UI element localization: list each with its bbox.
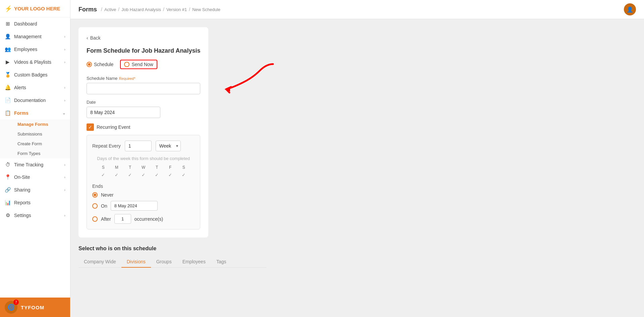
chevron-icon: ›	[64, 98, 65, 102]
recurring-label: Recurring Event	[97, 124, 130, 130]
sidebar-item-reports[interactable]: 📊 Reports	[0, 196, 70, 209]
sidebar-item-label: Dashboard	[14, 21, 37, 27]
who-tabs: Company Wide Divisions Groups Employees …	[78, 256, 266, 268]
schedule-radio-circle	[87, 62, 92, 67]
ends-label: Ends	[92, 183, 195, 189]
sidebar-item-alerts[interactable]: 🔔 Alerts ›	[0, 81, 70, 94]
breadcrumb-sep: /	[189, 7, 190, 12]
svg-marker-0	[224, 87, 230, 92]
sidebar-item-form-types[interactable]: Form Types	[14, 149, 70, 158]
badges-icon: 🏅	[5, 72, 11, 78]
breadcrumb-sep: /	[118, 7, 119, 12]
schedule-name-label: Schedule Name Required*	[87, 76, 200, 81]
management-icon: 👤	[5, 34, 11, 40]
day-check-sun[interactable]: ✓	[97, 171, 109, 179]
ends-occurrence-input[interactable]	[114, 214, 131, 224]
logo-icon: ⚡	[5, 5, 12, 12]
day-check-fri[interactable]: ✓	[164, 171, 176, 179]
day-check-wed[interactable]: ✓	[138, 171, 150, 179]
day-check-mon[interactable]: ✓	[111, 171, 123, 179]
chevron-icon: ›	[64, 188, 65, 192]
on-label: On	[101, 203, 107, 209]
ends-on-option[interactable]: On	[92, 201, 195, 211]
sidebar-item-label: Settings	[14, 213, 31, 218]
send-now-radio[interactable]: Send Now	[120, 60, 157, 69]
who-section: Select who is on this schedule Company W…	[78, 246, 266, 268]
ends-after-option[interactable]: After occurrence(s)	[92, 214, 195, 224]
schedule-name-input[interactable]	[87, 83, 200, 94]
form-schedule-title: Form Schedule for Job Hazard Analysis	[87, 47, 200, 54]
on-radio-circle	[92, 203, 98, 209]
send-now-label: Send Now	[131, 62, 153, 67]
ends-on-date-input[interactable]	[111, 201, 158, 211]
repeat-unit-select[interactable]: Week Day Month Year	[156, 141, 181, 151]
sidebar-item-documentation[interactable]: 📄 Documentation ›	[0, 94, 70, 107]
sidebar-item-sharing[interactable]: 🔗 Sharing ›	[0, 183, 70, 196]
breadcrumb-analysis: Job Hazard Analysis	[121, 7, 161, 12]
sidebar-item-dashboard[interactable]: ⊞ Dashboard	[0, 17, 70, 30]
annotation-arrow	[206, 61, 280, 99]
user-avatar[interactable]: 👤	[624, 3, 636, 15]
main-area: Forms / Active / Job Hazard Analysis / V…	[70, 0, 644, 317]
recurring-checkbox[interactable]: ✓	[87, 123, 94, 131]
day-header-sat: S	[178, 164, 190, 171]
sidebar-item-time-tracking[interactable]: ⏱ Time Tracking ›	[0, 158, 70, 171]
sidebar: ⚡ YOUR LOGO HERE ⊞ Dashboard 👤 Managemen…	[0, 0, 70, 317]
recurring-row: ✓ Recurring Event	[87, 123, 200, 131]
sidebar-footer[interactable]: 🌀 7 TYFOOM	[0, 298, 70, 317]
sidebar-item-forms[interactable]: 📋 Forms ⌄	[0, 107, 70, 119]
after-label: After	[101, 216, 111, 222]
sidebar-item-label: Custom Badges	[14, 72, 48, 77]
sidebar-item-settings[interactable]: ⚙ Settings ›	[0, 209, 70, 222]
day-check-tue[interactable]: ✓	[124, 171, 136, 179]
day-header-fri: F	[164, 164, 176, 171]
documentation-icon: 📄	[5, 97, 11, 103]
employees-icon: 👥	[5, 46, 11, 52]
sharing-icon: 🔗	[5, 187, 11, 193]
sidebar-item-create-form[interactable]: Create Form	[14, 139, 70, 149]
sidebar-item-label: Reports	[14, 200, 31, 205]
date-input[interactable]	[87, 107, 160, 118]
sidebar-item-label: Documentation	[14, 98, 46, 103]
chevron-icon: ›	[64, 213, 65, 217]
day-check-sat[interactable]: ✓	[178, 171, 190, 179]
sidebar-item-custom-badges[interactable]: 🏅 Custom Badges	[0, 68, 70, 81]
tab-employees[interactable]: Employees	[177, 256, 211, 268]
chevron-down-icon: ⌄	[62, 111, 65, 115]
occurrence-label: occurrence(s)	[135, 216, 163, 222]
ends-never-option[interactable]: Never	[92, 192, 195, 198]
ends-section: Ends Never On	[92, 183, 195, 224]
back-button[interactable]: ‹ Back	[87, 35, 200, 41]
day-cell-fri: F ✓	[164, 164, 176, 179]
chevron-icon: ›	[64, 60, 65, 64]
schedule-name-group: Schedule Name Required*	[87, 76, 200, 94]
day-cell-sun: S ✓	[97, 164, 109, 179]
schedule-radio[interactable]: Schedule	[87, 62, 113, 67]
sidebar-item-management[interactable]: 👤 Management ›	[0, 30, 70, 43]
sidebar-item-manage-forms[interactable]: Manage Forms	[14, 119, 70, 129]
sidebar-item-on-site[interactable]: 📍 On-Site ›	[0, 171, 70, 183]
recurring-box: Repeat Every Week Day Month Year D	[87, 135, 200, 229]
tab-groups[interactable]: Groups	[151, 256, 177, 268]
forms-icon: 📋	[5, 110, 11, 116]
tab-divisions[interactable]: Divisions	[121, 256, 151, 268]
date-label: Date	[87, 100, 200, 105]
ends-options: Never On After	[92, 192, 195, 224]
tyfoom-label: TYFOOM	[21, 305, 44, 310]
tab-tags[interactable]: Tags	[211, 256, 232, 268]
never-label: Never	[101, 192, 113, 198]
sidebar-item-employees[interactable]: 👥 Employees ›	[0, 43, 70, 56]
tab-company-wide[interactable]: Company Wide	[78, 256, 121, 268]
day-cell-thu: T ✓	[151, 164, 163, 179]
repeat-value-input[interactable]	[125, 141, 152, 151]
date-group: Date	[87, 100, 200, 118]
tyfoom-icon: 🌀 7	[5, 301, 17, 314]
days-hint: Days of the week this form should be com…	[92, 156, 195, 161]
sidebar-item-submissions[interactable]: Submissions	[14, 129, 70, 139]
sidebar-item-label: Management	[14, 34, 42, 39]
day-header-sun: S	[97, 164, 109, 171]
day-check-thu[interactable]: ✓	[151, 171, 163, 179]
sidebar-item-videos[interactable]: ▶ Videos & Playlists ›	[0, 56, 70, 68]
chevron-icon: ›	[64, 163, 65, 167]
day-header-tue: T	[124, 164, 136, 171]
